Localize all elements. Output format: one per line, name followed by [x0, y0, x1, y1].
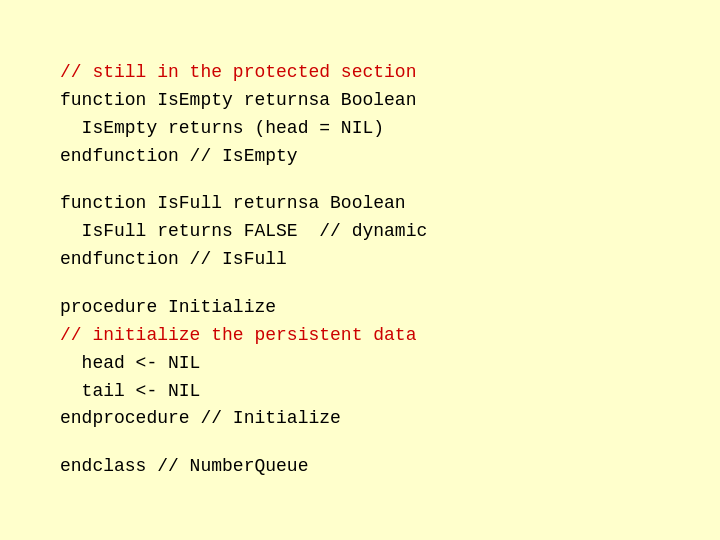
code-normal: IsFull returns FALSE // dynamic [60, 218, 660, 246]
code-spacer [60, 433, 660, 453]
code-comment: // initialize the persistent data [60, 322, 660, 350]
code-normal: endfunction // IsFull [60, 246, 660, 274]
code-normal: endfunction // IsEmpty [60, 143, 660, 171]
code-normal: endprocedure // Initialize [60, 405, 660, 433]
code-spacer [60, 274, 660, 294]
code-normal: procedure Initialize [60, 294, 660, 322]
code-normal: function IsFull returnsa Boolean [60, 190, 660, 218]
code-spacer [60, 171, 660, 191]
code-comment: // still in the protected section [60, 59, 660, 87]
code-container: // still in the protected sectionfunctio… [0, 0, 720, 540]
code-normal: tail <- NIL [60, 378, 660, 406]
code-block: // still in the protected sectionfunctio… [60, 59, 660, 481]
code-normal: IsEmpty returns (head = NIL) [60, 115, 660, 143]
code-normal: function IsEmpty returnsa Boolean [60, 87, 660, 115]
code-normal: endclass // NumberQueue [60, 453, 660, 481]
code-normal: head <- NIL [60, 350, 660, 378]
